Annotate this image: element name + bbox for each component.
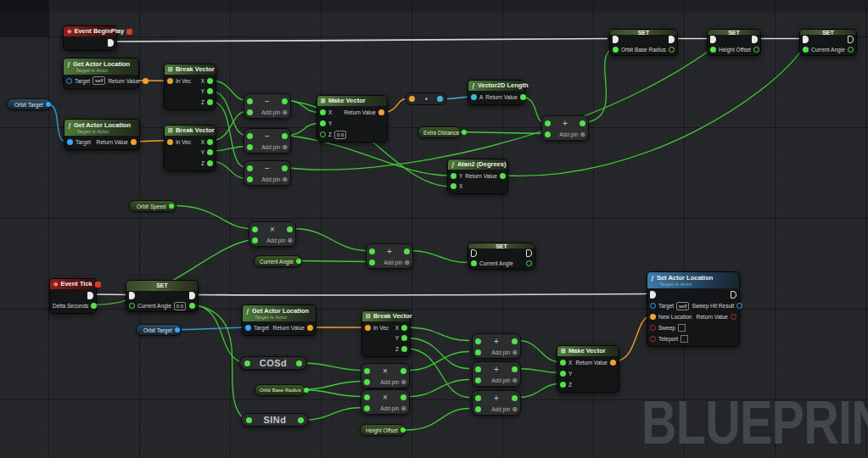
multiply-node[interactable]: × Add pin⊕ — [249, 221, 296, 247]
input-pin[interactable] — [246, 417, 252, 423]
variable-out-pin[interactable] — [462, 130, 467, 135]
event-begin-play-node[interactable]: ◆Event BeginPlay — [63, 25, 117, 51]
add-node[interactable]: + Add pin⊕ — [366, 243, 413, 269]
height-offset-variable[interactable]: Height Offset — [360, 424, 406, 436]
atan2-degrees-node[interactable]: ƒAtan2 (Degrees) YReturn Value X — [447, 159, 508, 194]
variable-out-pin[interactable] — [400, 427, 406, 433]
input-pin[interactable] — [247, 109, 253, 115]
add-pin-button[interactable]: Add pin⊕ — [261, 176, 288, 183]
teleport-pin[interactable] — [650, 336, 656, 342]
output-pin[interactable] — [296, 360, 302, 366]
target-pin[interactable] — [245, 325, 251, 331]
event-tick-node[interactable]: ◆Event Tick Delta Seconds — [49, 278, 97, 314]
set-orbit-base-radius-node[interactable]: SET Orbit Base Radius — [609, 29, 678, 56]
value-out-pin[interactable] — [526, 260, 532, 266]
add-pin-button[interactable]: Add pin⊕ — [261, 109, 288, 116]
input-pin[interactable] — [364, 405, 370, 411]
sind-node[interactable]: SINd — [241, 413, 309, 427]
add-node[interactable]: + Add pin⊕ — [472, 390, 521, 416]
variable-out-pin[interactable] — [46, 102, 51, 107]
return-value-pin[interactable] — [143, 78, 148, 84]
value-pin[interactable] — [471, 260, 477, 266]
exec-in-pin[interactable] — [129, 292, 135, 299]
set-current-angle-node[interactable]: SET Current Angle0.0 — [126, 280, 199, 312]
exec-out-pin[interactable] — [669, 36, 675, 43]
return-value-pin[interactable] — [731, 314, 736, 320]
return-value-pin[interactable] — [610, 360, 616, 366]
sweep-checkbox[interactable] — [678, 324, 686, 332]
add-node[interactable]: + Add pin⊕ — [472, 333, 521, 359]
z-pin[interactable] — [560, 382, 566, 388]
z-value-box[interactable]: 0.0 — [334, 131, 346, 139]
x-pin[interactable] — [560, 360, 566, 366]
input-pin[interactable] — [475, 349, 481, 355]
exec-in-pin[interactable] — [710, 36, 716, 43]
target-value-box[interactable]: self — [92, 76, 105, 85]
sweep-hit-result-pin[interactable] — [736, 303, 742, 309]
blueprint-graph-canvas[interactable]: BLUEPRINT — [0, 0, 868, 458]
exec-out-pin[interactable] — [189, 292, 195, 299]
target-pin[interactable] — [66, 78, 72, 84]
orbit-target-variable[interactable]: Orbit Target — [7, 98, 51, 110]
value-out-pin[interactable] — [189, 303, 195, 309]
x-out-pin[interactable] — [207, 78, 213, 84]
target-pin[interactable] — [67, 139, 73, 145]
exec-out-pin[interactable] — [108, 39, 114, 47]
subtract-node[interactable]: − Add pin⊕ — [244, 128, 291, 154]
y-out-pin[interactable] — [401, 335, 407, 341]
make-vector-node[interactable]: ⊞Make Vector XReturn Value Y Z — [557, 345, 619, 393]
get-actor-location-node[interactable]: ƒGet Actor LocationTarget is Actor Targe… — [63, 58, 139, 89]
variable-out-pin[interactable] — [175, 327, 180, 332]
orbit-base-radius-variable[interactable]: Orbit Base Radius — [255, 384, 305, 396]
add-pin-button[interactable]: Add pin⊕ — [380, 378, 406, 386]
input-pin[interactable] — [475, 406, 481, 412]
exec-in-pin[interactable] — [650, 291, 656, 299]
return-value-pin[interactable] — [378, 109, 384, 115]
input-pin[interactable] — [244, 360, 250, 366]
cosd-node[interactable]: COSd — [239, 356, 307, 370]
make-vector-node[interactable]: ⊞Make Vector XReturn Value Y Z0.0 — [316, 95, 388, 142]
set-height-offset-node[interactable]: SET Height Offset — [707, 29, 761, 56]
exec-out-pin[interactable] — [526, 249, 532, 257]
y-pin[interactable] — [451, 173, 456, 179]
value-out-pin[interactable] — [669, 47, 675, 53]
target-pin[interactable] — [650, 303, 656, 309]
add-pin-button[interactable]: Add pin⊕ — [384, 259, 410, 266]
subtract-node[interactable]: − Add pin⊕ — [244, 160, 291, 186]
input-pin[interactable] — [475, 377, 481, 383]
y-out-pin[interactable] — [207, 88, 213, 94]
exec-in-pin[interactable] — [471, 249, 477, 257]
x-pin[interactable] — [320, 109, 326, 115]
value-box[interactable]: 0.0 — [174, 302, 186, 310]
get-actor-location-node[interactable]: ƒGet Actor LocationTarget is Actor Targe… — [242, 304, 316, 336]
return-value-pin[interactable] — [500, 173, 506, 179]
y-pin[interactable] — [320, 120, 326, 126]
add-pin-button[interactable]: Add pin⊕ — [559, 131, 585, 138]
variable-out-pin[interactable] — [304, 388, 309, 393]
orbit-speed-variable[interactable]: Orbit Speed — [129, 200, 176, 212]
get-actor-location-node[interactable]: ƒGet Actor LocationTarget is Actor Targe… — [64, 119, 140, 150]
input-pin[interactable] — [364, 379, 370, 385]
input-pin[interactable] — [247, 176, 253, 182]
exec-out-pin[interactable] — [848, 36, 854, 43]
z-out-pin[interactable] — [207, 160, 213, 166]
input-pin[interactable] — [369, 260, 375, 265]
output-pin[interactable] — [298, 417, 304, 423]
z-pin[interactable] — [320, 131, 326, 137]
value-pin[interactable] — [710, 47, 716, 53]
orbit-target-variable[interactable]: Orbit Target — [136, 324, 182, 336]
in-vec-pin[interactable] — [365, 325, 371, 331]
output-pin[interactable] — [437, 96, 443, 102]
current-angle-variable[interactable]: Current Angle — [254, 255, 302, 267]
exec-out-pin[interactable] — [752, 36, 758, 43]
multiply-node[interactable]: × Add pin⊕ — [361, 389, 410, 415]
break-vector-node[interactable]: ⊟Break Vector In VecX Y Z — [164, 125, 216, 171]
set-actor-location-node[interactable]: ƒSet Actor LocationTarget is Actor Targe… — [647, 271, 740, 347]
add-pin-button[interactable]: Add pin⊕ — [491, 405, 518, 413]
value-pin[interactable] — [803, 47, 809, 53]
value-out-pin[interactable] — [753, 47, 759, 53]
exec-out-pin[interactable] — [87, 292, 93, 299]
z-out-pin[interactable] — [401, 346, 407, 352]
add-pin-button[interactable]: Add pin⊕ — [266, 237, 293, 244]
vector2d-length-node[interactable]: ƒVector2D Length A Return Value — [468, 80, 525, 105]
